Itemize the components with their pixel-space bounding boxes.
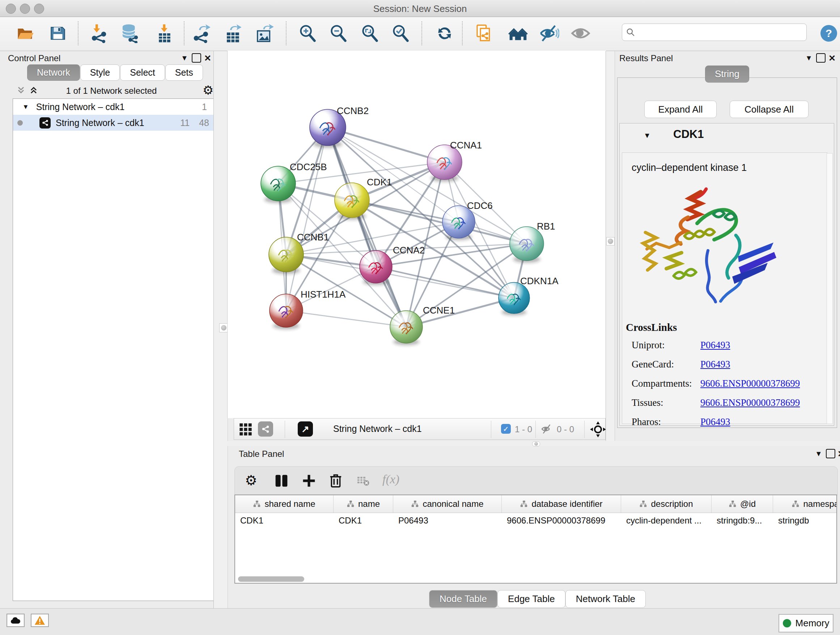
float-panel-icon[interactable] bbox=[816, 53, 826, 63]
export-table-button[interactable] bbox=[221, 21, 245, 45]
horizontal-splitter[interactable] bbox=[227, 441, 840, 446]
right-splitter[interactable] bbox=[606, 51, 615, 441]
table-cell[interactable]: stringdb bbox=[773, 516, 837, 526]
left-splitter[interactable] bbox=[213, 51, 228, 608]
edge-HIST1H1A-CCNE1[interactable] bbox=[286, 310, 406, 327]
close-panel-icon[interactable]: ✕ bbox=[829, 53, 836, 63]
edge-CCNA2-CDKN1A[interactable] bbox=[376, 267, 514, 298]
table-options-gear-icon[interactable]: ⚙ bbox=[245, 472, 257, 488]
first-neighbors-button[interactable] bbox=[506, 21, 530, 45]
toolbar-separator bbox=[535, 421, 536, 438]
network-graph[interactable]: CCNB2CCNA1CDC25BCDK1CDC6RB1CCNB1CCNA2CDK… bbox=[227, 51, 606, 418]
column-header-@id[interactable]: @id bbox=[712, 495, 773, 513]
node-HIST1H1A[interactable] bbox=[270, 294, 303, 327]
node-CCNA2[interactable] bbox=[360, 250, 392, 283]
column-header-shared-name[interactable]: shared name bbox=[235, 495, 333, 513]
zoom-out-button[interactable] bbox=[326, 21, 350, 45]
section-expander-icon[interactable]: ▼ bbox=[644, 131, 651, 140]
splitter-handle[interactable] bbox=[606, 237, 615, 245]
tab-network[interactable]: Network bbox=[27, 65, 80, 81]
clone-network-button[interactable] bbox=[472, 21, 496, 45]
selected-indicator-checkbox[interactable]: ✓ bbox=[501, 424, 511, 434]
node-CCNE1[interactable] bbox=[390, 310, 423, 343]
save-session-button[interactable] bbox=[46, 21, 70, 45]
warnings-button[interactable] bbox=[31, 614, 49, 627]
tab-edge-table[interactable]: Edge Table bbox=[497, 590, 565, 608]
tab-style[interactable]: Style bbox=[80, 65, 120, 81]
expand-all-trees-button[interactable] bbox=[29, 86, 38, 96]
show-all-button[interactable] bbox=[569, 21, 592, 45]
collapse-all-trees-button[interactable] bbox=[17, 86, 25, 96]
crosslink-link[interactable]: P06493 bbox=[700, 359, 730, 370]
column-header-name[interactable]: name bbox=[333, 495, 393, 513]
float-panel-icon[interactable] bbox=[826, 449, 835, 458]
zoom-fit-button[interactable] bbox=[358, 21, 382, 45]
hide-selected-button[interactable] bbox=[537, 21, 561, 45]
tab-select[interactable]: Select bbox=[120, 65, 164, 81]
node-CDKN1A[interactable] bbox=[499, 282, 530, 314]
import-network-button[interactable] bbox=[87, 21, 111, 45]
splitter-handle[interactable] bbox=[532, 441, 540, 447]
close-panel-icon[interactable]: ✕ bbox=[204, 53, 211, 63]
tree-expander-icon[interactable]: ▼ bbox=[22, 103, 29, 111]
table-cell[interactable]: P06493 bbox=[393, 516, 502, 526]
delete-column-button[interactable] bbox=[328, 472, 343, 489]
results-scrollbar[interactable] bbox=[827, 153, 833, 424]
grid-view-button[interactable] bbox=[238, 422, 253, 438]
float-panel-icon[interactable] bbox=[192, 53, 201, 63]
tab-network-table[interactable]: Network Table bbox=[565, 590, 646, 608]
network-options-gear-icon[interactable]: ⚙ bbox=[202, 83, 213, 97]
crosslink-link[interactable]: 9606.ENSP00000378699 bbox=[700, 378, 800, 389]
network-badge-button[interactable] bbox=[258, 421, 273, 437]
crosslink-link[interactable]: P06493 bbox=[700, 416, 730, 428]
table-cell[interactable]: 9606.ENSP00000378699 bbox=[502, 516, 621, 526]
open-in-window-button[interactable]: ↗ bbox=[298, 421, 313, 437]
node-CDK1[interactable] bbox=[335, 183, 369, 218]
tab-sets[interactable]: Sets bbox=[165, 65, 203, 81]
column-header-description[interactable]: description bbox=[621, 495, 712, 513]
show-columns-button[interactable] bbox=[274, 473, 289, 490]
network-collection-row[interactable]: ▼ String Network – cdk1 1 bbox=[13, 99, 214, 115]
create-column-button[interactable] bbox=[302, 473, 317, 490]
column-header-database-identifier[interactable]: database identifier bbox=[502, 495, 621, 513]
panel-menu-icon[interactable]: ▼ bbox=[805, 54, 813, 62]
delete-table-button[interactable] bbox=[357, 476, 369, 488]
expand-all-button[interactable]: Expand All bbox=[644, 101, 717, 118]
export-network-button[interactable] bbox=[189, 21, 213, 45]
edge-CCNB2-HIST1H1A[interactable] bbox=[286, 127, 328, 310]
crosslink-link[interactable]: 9606.ENSP00000378699 bbox=[700, 397, 800, 409]
table-cell[interactable]: stringdb:9... bbox=[712, 516, 773, 526]
network-view-canvas[interactable]: CCNB2CCNA1CDC25BCDK1CDC6RB1CCNB1CCNA2CDK… bbox=[227, 51, 606, 418]
table-cell[interactable]: CDK1 bbox=[235, 516, 333, 526]
column-tree-icon bbox=[347, 500, 355, 508]
table-horizontal-scrollbar[interactable] bbox=[238, 576, 304, 582]
edge-CDKN1A-CCNE1[interactable] bbox=[406, 298, 514, 327]
import-table-button[interactable] bbox=[153, 21, 177, 45]
close-panel-icon[interactable]: ✕ bbox=[837, 449, 840, 459]
zoom-selected-button[interactable] bbox=[388, 21, 412, 45]
export-image-button[interactable] bbox=[253, 21, 277, 45]
cloud-status-button[interactable] bbox=[6, 614, 25, 627]
panel-menu-icon[interactable]: ▼ bbox=[815, 450, 822, 458]
node-RB1[interactable] bbox=[510, 226, 544, 261]
help-button[interactable]: ? bbox=[821, 25, 837, 42]
table-row[interactable]: CDK1CDK1P064939606.ENSP00000378699cyclin… bbox=[235, 513, 836, 528]
column-header-canonical-name[interactable]: canonical name bbox=[393, 495, 502, 513]
open-session-button[interactable] bbox=[13, 21, 37, 45]
tab-string[interactable]: String bbox=[705, 65, 749, 82]
column-header-namespace[interactable]: namespace bbox=[773, 495, 837, 513]
birds-eye-view-button[interactable] bbox=[589, 421, 607, 440]
import-network-from-database-button[interactable] bbox=[118, 21, 141, 45]
panel-menu-icon[interactable]: ▼ bbox=[181, 54, 188, 62]
apply-layout-button[interactable] bbox=[433, 21, 456, 45]
collapse-all-button[interactable]: Collapse All bbox=[729, 101, 808, 118]
function-builder-button[interactable]: f(x) bbox=[382, 472, 399, 486]
table-cell[interactable]: CDK1 bbox=[333, 516, 393, 526]
search-input[interactable] bbox=[638, 27, 803, 38]
table-cell[interactable]: cyclin-dependent ... bbox=[621, 516, 712, 526]
tab-node-table[interactable]: Node Table bbox=[429, 590, 497, 608]
zoom-in-button[interactable] bbox=[295, 21, 319, 45]
network-row[interactable]: String Network – cdk1 11 48 bbox=[13, 115, 214, 131]
crosslink-link[interactable]: P06493 bbox=[700, 340, 730, 351]
memory-button[interactable]: Memory bbox=[778, 614, 834, 632]
